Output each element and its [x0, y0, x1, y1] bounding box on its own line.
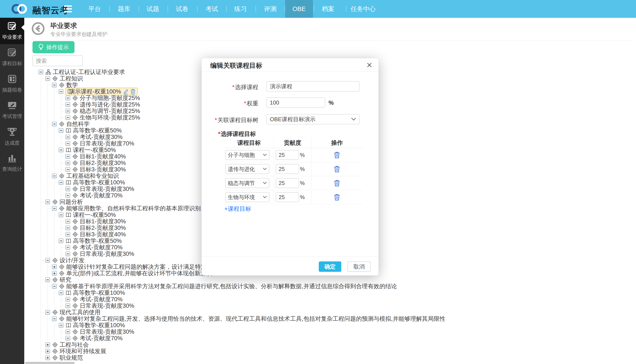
collapse-toggle[interactable]: −: [52, 174, 57, 178]
collapse-toggle[interactable]: −: [52, 284, 57, 289]
course-input[interactable]: [266, 81, 359, 92]
collapse-toggle[interactable]: −: [65, 96, 70, 100]
selected-tree-node[interactable]: 演示课程-权重100%: [65, 88, 138, 96]
collapse-toggle[interactable]: −: [65, 329, 70, 334]
collapse-toggle[interactable]: −: [52, 122, 57, 126]
collapse-toggle[interactable]: −: [65, 186, 70, 191]
collapse-toggle[interactable]: −: [65, 297, 70, 302]
contribution-input[interactable]: [276, 192, 299, 202]
tree-node-label[interactable]: 考试-贡献度70%: [80, 296, 123, 302]
expand-toggle[interactable]: +: [52, 264, 57, 269]
contribution-input[interactable]: [276, 164, 299, 174]
expand-toggle[interactable]: +: [45, 342, 50, 347]
tree-node-label[interactable]: 工程知识: [60, 75, 83, 82]
search-input[interactable]: [33, 56, 83, 66]
tree-node-label[interactable]: 目标1-贡献度30%: [80, 218, 126, 225]
trash-icon[interactable]: [334, 152, 340, 158]
tree-node-label[interactable]: 单元(部件)或工艺流程,并能够在设计环节中体现创新意识: [66, 270, 212, 276]
trash-icon[interactable]: [334, 180, 340, 186]
nav-item-7[interactable]: 评测: [257, 0, 284, 18]
objective-select[interactable]: 生物与环境: [225, 192, 269, 202]
collapse-toggle[interactable]: −: [39, 70, 43, 74]
collapse-toggle[interactable]: −: [59, 148, 64, 152]
tree-node-label[interactable]: 遗传与进化-贡献度25%: [80, 101, 140, 108]
tree-node-label[interactable]: 考试-贡献度70%: [80, 335, 123, 342]
tree-node-label[interactable]: 高等数学-权重50%: [73, 127, 122, 134]
collapse-toggle[interactable]: −: [45, 76, 50, 81]
tree-node-label[interactable]: 高等数学-权重100%: [73, 290, 125, 296]
tree-node-label[interactable]: 日常表现-贡献度30%: [80, 186, 134, 192]
tree-node-label[interactable]: 目标2-贡献度30%: [80, 160, 126, 166]
collapse-toggle[interactable]: −: [65, 102, 70, 107]
tree-node-label[interactable]: 工程认证-工程认证毕业要求: [53, 69, 125, 75]
nav-item-4[interactable]: 试卷: [169, 0, 196, 18]
collapse-toggle[interactable]: −: [52, 316, 57, 321]
collapse-toggle[interactable]: −: [45, 278, 50, 282]
tree-node-label[interactable]: 生物与环境-贡献度25%: [80, 114, 140, 121]
tree-node-label[interactable]: 高等数学-权重100%: [73, 322, 125, 328]
nav-item-5[interactable]: 考试: [198, 0, 225, 18]
contribution-input[interactable]: [276, 150, 299, 160]
tree-node-label[interactable]: 稳态与调节-贡献度25%: [80, 108, 140, 114]
collapse-toggle[interactable]: −: [65, 226, 70, 230]
collapse-toggle[interactable]: −: [52, 206, 57, 211]
confirm-button[interactable]: 确定: [319, 262, 341, 272]
nav-item-8[interactable]: OBE: [285, 0, 313, 18]
sidebar-item-6[interactable]: 查询统计: [0, 150, 24, 176]
tree-node-label[interactable]: 能够基于科学原理并采用科学方法对复杂工程问题进行研究,包括设计实验、分析与解释数…: [66, 283, 397, 290]
tree-node-label[interactable]: 职业规范: [60, 354, 83, 361]
tree-node-label[interactable]: 课程一-权重50%: [73, 212, 116, 218]
trash-icon[interactable]: [130, 89, 136, 94]
expand-toggle[interactable]: +: [45, 355, 50, 360]
collapse-toggle[interactable]: −: [45, 200, 50, 204]
collapse-toggle[interactable]: −: [65, 141, 70, 146]
collapse-toggle[interactable]: −: [65, 304, 70, 308]
close-icon[interactable]: ✕: [366, 61, 373, 70]
collapse-toggle[interactable]: −: [59, 238, 64, 243]
tree-node-label[interactable]: 目标3-贡献度30%: [80, 166, 126, 173]
tree-node-label[interactable]: 日常表现-贡献度30%: [80, 328, 134, 335]
tree-node-label[interactable]: 目标3-贡献度40%: [80, 231, 126, 238]
collapse-toggle[interactable]: −: [65, 115, 70, 120]
sidebar-item-1[interactable]: 毕业要求: [0, 18, 24, 44]
menu-fold-icon[interactable]: [63, 5, 73, 13]
tree-node-label[interactable]: 高等数学-权重50%: [73, 238, 122, 244]
tree-node-label[interactable]: 工程与社会: [60, 342, 89, 348]
tree-node-label[interactable]: 日常表现-贡献度30%: [80, 250, 134, 257]
objective-tree-select[interactable]: OBE课程目标演示: [266, 114, 359, 124]
collapse-toggle[interactable]: −: [65, 252, 70, 256]
tree-node-label[interactable]: 自然科学: [66, 121, 90, 127]
add-objective-link[interactable]: +课程目标: [224, 205, 251, 213]
tree-node-label[interactable]: 数学: [66, 82, 78, 88]
tree-node-label[interactable]: 能够针对复杂工程问题,开发、选择与使用恰当的技术、资源、现代工程工具和信息技术工…: [66, 316, 445, 322]
weight-input[interactable]: [266, 98, 325, 108]
objective-select[interactable]: 稳态与调节: [225, 178, 269, 188]
nav-item-2[interactable]: 题库: [111, 0, 138, 18]
tree-node-label[interactable]: 目标2-贡献度30%: [80, 225, 126, 231]
sidebar-item-4[interactable]: 考试管理: [0, 97, 24, 123]
collapse-toggle[interactable]: −: [65, 193, 70, 198]
tree-node-label[interactable]: 考试-贡献度70%: [80, 244, 123, 250]
collapse-toggle[interactable]: −: [65, 160, 70, 165]
collapse-toggle[interactable]: −: [59, 323, 64, 328]
collapse-toggle[interactable]: −: [59, 212, 64, 217]
tree-node-label[interactable]: 高等数学-权重100%: [73, 179, 125, 186]
nav-item-9[interactable]: 档案: [314, 0, 342, 18]
tree-node-label[interactable]: 分子与细胞-贡献度25%: [80, 95, 140, 101]
collapse-toggle[interactable]: −: [65, 219, 70, 224]
tree-node-label[interactable]: 现代工具的使用: [60, 309, 101, 316]
tree-node-label[interactable]: 日常表现-贡献度70%: [80, 140, 134, 147]
collapse-toggle[interactable]: −: [65, 336, 70, 341]
collapse-toggle[interactable]: −: [65, 245, 70, 250]
collapse-toggle[interactable]: −: [59, 128, 64, 133]
tree-node-label[interactable]: 考试-贡献度70%: [80, 192, 123, 199]
tree-node-label[interactable]: 课程一-权重50%: [73, 147, 116, 153]
nav-item-3[interactable]: 试题: [139, 0, 167, 18]
horizontal-scrollbar-thumb[interactable]: [25, 362, 75, 364]
collapse-toggle[interactable]: −: [45, 258, 50, 263]
trash-icon[interactable]: [334, 194, 340, 200]
contribution-input[interactable]: [276, 178, 299, 188]
nav-item-10[interactable]: 任务中心: [343, 0, 383, 18]
tips-button[interactable]: 操作提示: [33, 41, 75, 53]
collapse-toggle[interactable]: −: [59, 290, 64, 295]
